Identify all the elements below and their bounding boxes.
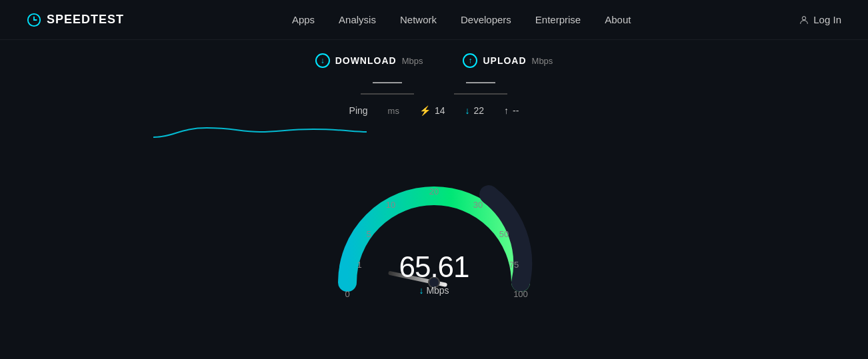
speed-unit: Mbps [426, 285, 449, 296]
user-icon [799, 15, 809, 25]
download-unit: Mbps [402, 56, 423, 66]
ul-stat-value: -- [513, 105, 519, 116]
nav-links: Apps Analysis Network Developers Enterpr… [292, 14, 631, 25]
nav-analysis[interactable]: Analysis [339, 14, 376, 25]
nav-developers[interactable]: Developers [461, 14, 511, 25]
metrics-header: ↓ DOWNLOAD Mbps ↑ UPLOAD Mbps [315, 53, 553, 68]
upload-icon: ↑ [463, 53, 477, 68]
speed-display: 65.61 ↓ Mbps [399, 250, 469, 296]
download-metric: ↓ DOWNLOAD Mbps [315, 53, 423, 68]
jitter-icon: ⚡ [419, 105, 431, 116]
dl-stat-value: 22 [474, 105, 485, 116]
speed-unit-icon: ↓ [419, 285, 423, 296]
gauge-label-30: 30 [473, 200, 483, 210]
speedometer: 0 1 5 10 20 30 50 75 100 [321, 136, 547, 316]
gauge-label-20: 20 [429, 186, 439, 196]
nav-apps[interactable]: Apps [292, 14, 315, 25]
download-icon: ↓ [315, 53, 330, 68]
login-label: Log In [813, 14, 841, 25]
gauge-label-1: 1 [357, 260, 361, 270]
nav-enterprise[interactable]: Enterprise [535, 14, 581, 25]
svg-point-1 [803, 16, 806, 19]
jitter-value: 14 [435, 105, 445, 116]
navigation: SPEEDTEST Apps Analysis Network Develope… [0, 0, 868, 40]
speed-value: 65.61 [399, 250, 469, 284]
nav-network[interactable]: Network [400, 14, 437, 25]
nav-about[interactable]: About [605, 14, 631, 25]
ping-label: Ping [349, 105, 368, 116]
main-content: ↓ DOWNLOAD Mbps ↑ UPLOAD Mbps —— —— Ping… [0, 40, 868, 316]
metrics-values: —— —— [361, 73, 507, 95]
upload-unit: Mbps [532, 56, 553, 66]
upload-label: UPLOAD [483, 55, 526, 66]
jitter-stat: ⚡ 14 [419, 105, 445, 116]
gauge-label-75: 75 [509, 260, 519, 270]
gauge-label-100: 100 [513, 289, 528, 299]
gauge-label-5: 5 [366, 229, 371, 239]
download-value: —— [361, 73, 414, 95]
dl-stat-icon: ↓ [465, 105, 470, 116]
gauge-label-50: 50 [499, 229, 509, 239]
ping-row: Ping ms ⚡ 14 ↓ 22 ↑ -- [349, 105, 519, 116]
ul-stat-icon: ↑ [504, 105, 509, 116]
upload-value: —— [454, 73, 507, 95]
ping-unit: ms [388, 106, 399, 116]
speed-unit-row: ↓ Mbps [399, 285, 469, 296]
download-stat: ↓ 22 [465, 105, 485, 116]
gauge-label-10: 10 [386, 200, 395, 210]
logo[interactable]: SPEEDTEST [27, 13, 124, 27]
login-button[interactable]: Log In [799, 14, 841, 25]
upload-stat: ↑ -- [504, 105, 519, 116]
download-label: DOWNLOAD [335, 55, 397, 66]
gauge-label-0: 0 [345, 289, 349, 299]
upload-metric: ↑ UPLOAD Mbps [463, 53, 553, 68]
logo-icon [27, 13, 41, 27]
logo-text: SPEEDTEST [47, 13, 124, 27]
